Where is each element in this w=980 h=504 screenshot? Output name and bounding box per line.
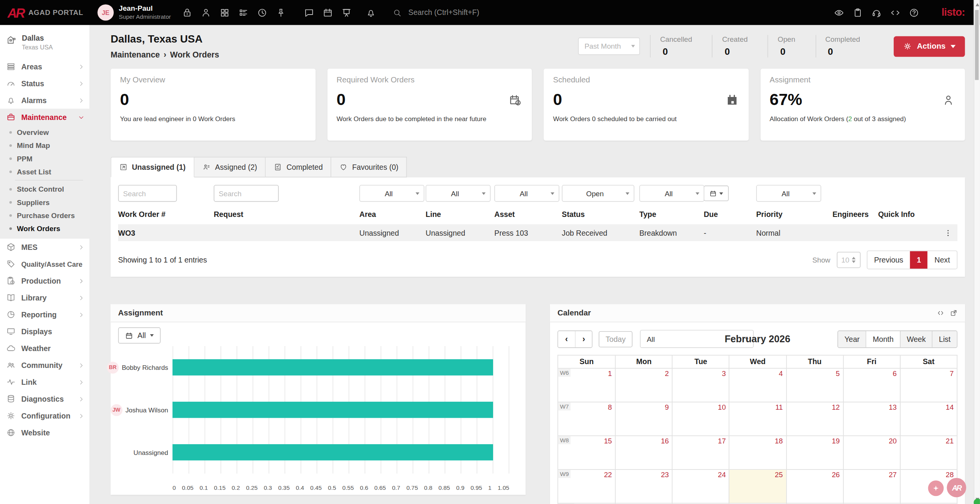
sidebar-item-displays[interactable]: Displays bbox=[0, 323, 89, 340]
calendar-icon[interactable] bbox=[323, 7, 334, 18]
scrollbar-thumb[interactable] bbox=[975, 10, 979, 80]
tab-completed[interactable]: Completed bbox=[266, 157, 331, 177]
presentation-icon[interactable] bbox=[342, 7, 352, 18]
calendar-day-cell[interactable]: 21 bbox=[900, 436, 957, 469]
calendar-day-cell[interactable]: 17 bbox=[672, 436, 729, 469]
due-date-filter-button[interactable] bbox=[704, 186, 728, 201]
tab-unassigned[interactable]: Unassigned (1) bbox=[111, 157, 194, 177]
work-order-search-input[interactable] bbox=[118, 185, 177, 202]
calendar-day-cell[interactable]: W78 bbox=[558, 402, 615, 435]
user-icon[interactable] bbox=[201, 7, 212, 18]
view-list-button[interactable]: List bbox=[932, 331, 957, 347]
agad-fab-button[interactable]: AR bbox=[947, 478, 966, 497]
sidebar-item-ppm[interactable]: PPM bbox=[0, 152, 89, 165]
calendar-day-cell[interactable]: 5 bbox=[786, 369, 843, 402]
page-number-button[interactable]: 1 bbox=[910, 251, 928, 269]
user-menu[interactable]: JE Jean-Paul Super Administrator bbox=[97, 4, 171, 20]
calendar-day-cell[interactable]: 24 bbox=[672, 470, 729, 503]
sidebar-item-website[interactable]: Website bbox=[0, 424, 89, 441]
view-year-button[interactable]: Year bbox=[838, 331, 866, 347]
list-detail-icon[interactable] bbox=[238, 7, 249, 18]
apps-grid-icon[interactable] bbox=[220, 7, 230, 18]
next-page-button[interactable]: Next bbox=[927, 251, 957, 269]
table-row[interactable]: WO3 Unassigned Unassigned Press 103 Job … bbox=[118, 224, 957, 241]
bell-icon[interactable] bbox=[366, 7, 377, 18]
calendar-day-cell[interactable]: W922 bbox=[558, 470, 615, 503]
calendar-day-cell[interactable]: W815 bbox=[558, 436, 615, 469]
sidebar-item-configuration[interactable]: Configuration bbox=[0, 407, 89, 424]
calendar-day-cell[interactable]: 11 bbox=[729, 402, 786, 435]
priority-filter-select[interactable]: All bbox=[756, 185, 821, 202]
lock-icon[interactable] bbox=[182, 7, 193, 18]
sidebar-item-diagnostics[interactable]: Diagnostics bbox=[0, 391, 89, 407]
sidebar-item-status[interactable]: Status bbox=[0, 75, 89, 92]
tab-assigned[interactable]: Assigned (2) bbox=[194, 157, 266, 177]
calendar-day-cell[interactable]: 27 bbox=[843, 470, 900, 503]
chat-icon[interactable] bbox=[304, 7, 315, 18]
assistant-fab-button[interactable] bbox=[928, 480, 944, 496]
sidebar-item-community[interactable]: Community bbox=[0, 357, 89, 374]
calendar-day-cell[interactable]: 2 bbox=[615, 369, 672, 402]
sidebar-item-link[interactable]: Link bbox=[0, 374, 89, 391]
actions-button[interactable]: Actions bbox=[894, 36, 965, 57]
clock-icon[interactable] bbox=[257, 7, 268, 18]
calendar-today-button[interactable]: Today bbox=[599, 331, 633, 347]
headset-icon[interactable] bbox=[871, 7, 882, 18]
sidebar-item-overview[interactable]: Overview bbox=[0, 126, 89, 139]
app-logo[interactable]: AR AGAD PORTAL bbox=[8, 6, 94, 19]
sidebar-item-suppliers[interactable]: Suppliers bbox=[0, 195, 89, 208]
calendar-prev-button[interactable]: ‹ bbox=[558, 331, 575, 347]
eye-icon[interactable] bbox=[834, 7, 845, 18]
calendar-day-cell[interactable]: 16 bbox=[615, 436, 672, 469]
sidebar-item-asset-list[interactable]: Asset List bbox=[0, 165, 89, 178]
request-search-input[interactable] bbox=[214, 185, 279, 202]
sidebar-item-areas[interactable]: Areas bbox=[0, 58, 89, 75]
calendar-day-cell[interactable]: 12 bbox=[786, 402, 843, 435]
sidebar-item-work-orders[interactable]: Work Orders bbox=[0, 222, 89, 235]
calendar-next-button[interactable]: › bbox=[575, 331, 592, 347]
calendar-day-cell[interactable]: 26 bbox=[786, 470, 843, 503]
calendar-day-cell[interactable]: 9 bbox=[615, 402, 672, 435]
sidebar-item-mes[interactable]: MES bbox=[0, 239, 89, 256]
type-filter-select[interactable]: All bbox=[639, 185, 704, 202]
calendar-day-cell[interactable]: 7 bbox=[900, 369, 957, 402]
asset-filter-select[interactable]: All bbox=[494, 185, 559, 202]
area-filter-select[interactable]: All bbox=[359, 185, 424, 202]
sidebar-item-reporting[interactable]: Reporting bbox=[0, 306, 89, 323]
stepper-arrows-icon[interactable] bbox=[852, 257, 856, 263]
help-icon[interactable] bbox=[909, 7, 920, 18]
calendar-day-cell[interactable]: 19 bbox=[786, 436, 843, 469]
page-scrollbar[interactable] bbox=[974, 0, 980, 504]
calendar-day-cell[interactable]: 6 bbox=[843, 369, 900, 402]
calendar-day-cell[interactable]: 14 bbox=[900, 402, 957, 435]
tab-favourites[interactable]: Favourites (0) bbox=[332, 157, 407, 177]
calendar-day-cell[interactable]: W61 bbox=[558, 369, 615, 402]
page-size-stepper[interactable]: 10 bbox=[837, 252, 860, 268]
calendar-day-cell[interactable]: 23 bbox=[615, 470, 672, 503]
calendar-day-cell[interactable]: 20 bbox=[843, 436, 900, 469]
clipboard-icon[interactable] bbox=[853, 7, 863, 18]
assignment-date-filter-button[interactable]: All bbox=[118, 327, 161, 343]
calendar-day-cell[interactable]: 10 bbox=[672, 402, 729, 435]
row-menu-kebab-icon[interactable] bbox=[939, 228, 957, 237]
calendar-day-cell-today[interactable]: 25 bbox=[729, 470, 786, 503]
sidebar-item-library[interactable]: Library bbox=[0, 289, 89, 306]
sidebar-item-maintenance[interactable]: Maintenance bbox=[0, 109, 89, 126]
avatar[interactable]: JE bbox=[97, 4, 113, 20]
calendar-day-cell[interactable]: 18 bbox=[729, 436, 786, 469]
expand-icon[interactable] bbox=[950, 309, 958, 317]
sidebar-item-production[interactable]: Production bbox=[0, 273, 89, 289]
scroll-up-arrow-icon[interactable] bbox=[975, 3, 979, 6]
resize-horizontal-icon[interactable] bbox=[937, 309, 944, 317]
period-filter-select[interactable]: Past Month bbox=[578, 38, 640, 55]
view-week-button[interactable]: Week bbox=[900, 331, 932, 347]
sidebar-item-purchase-orders[interactable]: Purchase Orders bbox=[0, 208, 89, 222]
sidebar-item-mind-map[interactable]: Mind Map bbox=[0, 139, 89, 152]
global-search[interactable] bbox=[393, 8, 522, 18]
sidebar-item-quality-asset-care[interactable]: Quality/Asset Care bbox=[0, 256, 89, 273]
line-filter-select[interactable]: All bbox=[426, 185, 491, 202]
calendar-filter-select[interactable]: All bbox=[640, 330, 754, 348]
pin-icon[interactable] bbox=[276, 7, 287, 18]
breadcrumb-parent[interactable]: Maintenance bbox=[111, 50, 160, 59]
sidebar-item-alarms[interactable]: Alarms bbox=[0, 92, 89, 109]
